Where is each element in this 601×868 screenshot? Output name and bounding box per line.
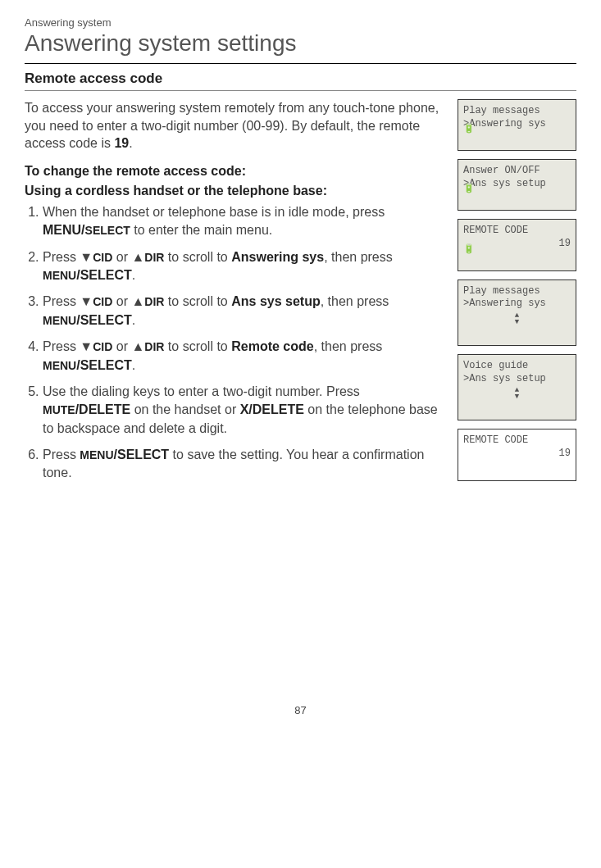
lcd6-line1: REMOTE CODE <box>463 434 571 448</box>
down-arrow-icon: ▼ <box>80 250 93 264</box>
lcd1-line2: >Answering sys <box>463 118 571 131</box>
lcd2-line2: >Ans sys setup <box>463 178 571 191</box>
subdivider <box>25 90 576 91</box>
step3-target: Ans sys setup <box>231 294 320 308</box>
step3-menu: MENU <box>43 314 76 327</box>
battery-icon: 🔋 <box>463 123 475 134</box>
step1-select: SELECT <box>85 224 130 237</box>
step6-select: /SELECT <box>114 448 170 461</box>
step-6: Press MENU/SELECT to save the setting. Y… <box>43 446 448 483</box>
up-arrow-icon: ▲ <box>131 250 144 264</box>
step3-then: , then press <box>321 294 389 308</box>
step4-or: or <box>112 339 131 353</box>
lcd-display-2: Answer ON/OFF >Ans sys setup 🔋 <box>458 159 576 211</box>
step4-then: , then press <box>314 339 383 353</box>
subtitle: Remote access code <box>25 70 576 87</box>
step1-text: When the handset or telephone base is in… <box>43 205 385 219</box>
step1-menu: MENU/ <box>43 223 85 237</box>
content-wrap: To access your answering system remotely… <box>25 99 576 491</box>
battery-icon: 🔋 <box>463 183 475 193</box>
step4-scroll: to scroll to <box>164 339 231 353</box>
step-3: Press ▼CID or ▲DIR to scroll to Ans sys … <box>43 293 448 329</box>
lcd1-line1: Play messages <box>463 105 571 118</box>
step1-end: to enter the main menu. <box>130 223 272 237</box>
step3-end: . <box>132 313 135 327</box>
nav-arrows-icon: ▲▼ <box>463 387 571 400</box>
lcd-display-4: Play messages >Answering sys ▲▼ <box>458 279 576 346</box>
battery-icon: 🔋 <box>463 243 475 254</box>
step4-menu: MENU <box>43 359 76 372</box>
lcd3-line2: 19 <box>463 238 571 251</box>
step-4: Press ▼CID or ▲DIR to scroll to Remote c… <box>43 338 448 375</box>
down-arrow-icon: ▼ <box>80 294 93 308</box>
step5-xdelete: X/DELETE <box>240 402 304 416</box>
step3-dir: DIR <box>144 295 164 308</box>
step2-select: /SELECT <box>76 268 132 282</box>
step4-dir: DIR <box>144 340 164 353</box>
step4-press: Press <box>43 339 80 353</box>
step-1: When the handset or telephone base is in… <box>43 203 448 240</box>
lcd2-line1: Answer ON/OFF <box>463 165 571 178</box>
intro-paragraph: To access your answering system remotely… <box>25 99 448 152</box>
divider <box>25 63 576 64</box>
page-title: Answering system settings <box>25 30 576 57</box>
step4-cid: CID <box>93 340 112 353</box>
lcd5-line1: Voice guide <box>463 360 571 373</box>
steps-list: When the handset or telephone base is in… <box>25 203 448 483</box>
step2-menu: MENU <box>43 269 76 282</box>
lcd-display-3: REMOTE CODE 19 🔋 <box>458 219 576 270</box>
lcd-display-1: Play messages >Answering sys 🔋 <box>458 99 576 151</box>
page-number: 87 <box>25 704 576 716</box>
section-label: Answering system <box>25 16 576 29</box>
lcd6-line2: 19 <box>463 448 571 461</box>
step2-press: Press <box>43 250 80 264</box>
display-column: Play messages >Answering sys 🔋 Answer ON… <box>458 99 576 491</box>
step5-text: Use the dialing keys to enter a two-digi… <box>43 384 360 398</box>
using-heading: Using a cordless handset or the telephon… <box>25 184 448 198</box>
lcd4-line2: >Answering sys <box>463 298 571 311</box>
lcd5-line2: >Ans sys setup <box>463 373 571 386</box>
step2-dir: DIR <box>144 251 164 264</box>
step-2: Press ▼CID or ▲DIR to scroll to Answerin… <box>43 248 448 285</box>
down-arrow-icon: ▼ <box>80 339 93 353</box>
step2-target: Answering sys <box>231 250 324 264</box>
lcd4-line1: Play messages <box>463 285 571 298</box>
nav-arrows-icon: ▲▼ <box>463 312 571 325</box>
step4-end: . <box>132 358 135 372</box>
step5-delete: /DELETE <box>75 402 131 416</box>
up-arrow-icon: ▲ <box>131 294 144 308</box>
lcd-display-5: Voice guide >Ans sys setup ▲▼ <box>458 354 576 420</box>
step2-then: , then press <box>324 250 393 264</box>
step2-or: or <box>112 250 131 264</box>
step6-press: Press <box>43 448 80 461</box>
intro-period: . <box>129 136 132 150</box>
step4-target: Remote code <box>231 339 313 353</box>
lcd3-line1: REMOTE CODE <box>463 225 571 238</box>
step5-on: on the handset or <box>130 402 239 416</box>
step3-or: or <box>112 294 131 308</box>
up-arrow-icon: ▲ <box>131 339 144 353</box>
step2-cid: CID <box>93 251 112 264</box>
step3-select: /SELECT <box>76 313 132 327</box>
step-5: Use the dialing keys to enter a two-digi… <box>43 383 448 438</box>
default-code: 19 <box>114 136 129 150</box>
change-heading: To change the remote access code: <box>25 164 448 179</box>
step6-menu: MENU <box>80 448 113 461</box>
step4-select: /SELECT <box>76 358 132 372</box>
step3-press: Press <box>43 294 80 308</box>
intro-text: To access your answering system remotely… <box>25 101 439 150</box>
step3-scroll: to scroll to <box>164 294 231 308</box>
step3-cid: CID <box>93 295 112 308</box>
text-column: To access your answering system remotely… <box>25 99 448 491</box>
lcd-display-6: REMOTE CODE 19 <box>458 429 576 480</box>
step2-scroll: to scroll to <box>164 250 231 264</box>
step5-mute: MUTE <box>43 403 75 416</box>
step2-end: . <box>132 268 135 282</box>
